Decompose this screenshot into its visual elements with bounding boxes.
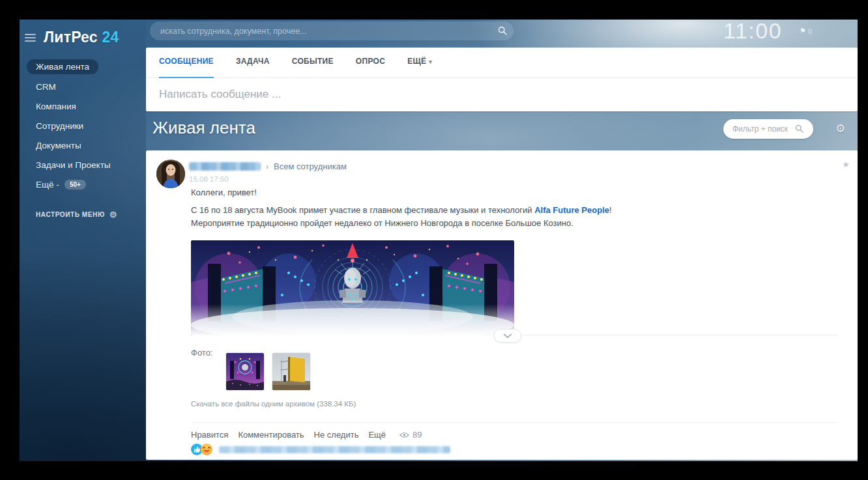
like-action[interactable]: Нравится (191, 430, 228, 440)
feed-filter (723, 119, 813, 139)
caret-down-icon: ▾ (429, 59, 432, 65)
sidebar-item-company[interactable]: Компания (36, 102, 146, 115)
feed-header: Живая лента ⚙ (146, 111, 858, 150)
eye-icon (399, 432, 409, 438)
photo-thumbnail-2[interactable] (272, 353, 310, 390)
more-count-badge: 50+ (65, 180, 86, 190)
search-icon[interactable] (795, 124, 803, 133)
views-count: 89 (412, 430, 422, 440)
compose-message-field[interactable]: Написать сообщение ... (146, 78, 858, 101)
tab-more[interactable]: ЕЩЁ▾ (407, 57, 432, 78)
logo[interactable]: ЛитРес 24 (20, 20, 146, 46)
post-body: С 16 по 18 августа MyBook примет участие… (191, 204, 667, 230)
topbar: 11:00 ⚑ 0 (146, 20, 858, 48)
sidebar-item-more[interactable]: Ещё -50+ (36, 180, 146, 193)
flag-count: 0 (808, 27, 812, 35)
laughing-emoji-icon[interactable] (201, 444, 212, 455)
unfollow-action[interactable]: Не следить (314, 430, 359, 440)
main-area: 11:00 ⚑ 0 СООБЩЕНИЕ ЗАДАЧА СОБЫТИЕ ОПРОС… (146, 20, 858, 461)
post-timestamp: 15.08 17:50 (189, 175, 229, 183)
worktime-clock[interactable]: 11:00 (723, 20, 782, 44)
reactions-row (191, 444, 450, 455)
composer-card: СООБЩЕНИЕ ЗАДАЧА СОБЫТИЕ ОПРОС ЕЩЁ▾ Напи… (146, 48, 858, 111)
feed-settings-gear-icon[interactable]: ⚙ (835, 122, 845, 135)
more-action[interactable]: Ещё (368, 430, 386, 440)
bitrix24-portal: ЛитРес 24 Живая лента CRM Компания Сотру… (20, 20, 858, 461)
page-title: Живая лента (152, 118, 255, 138)
sidebar-item-crm[interactable]: CRM (36, 82, 146, 96)
post-actions: Нравится Комментировать Не следить Ещё 8… (191, 430, 422, 440)
sidebar-item-documents[interactable]: Документы (36, 141, 146, 154)
logo-number: 24 (102, 29, 119, 46)
logo-brand: ЛитРес 24 (44, 29, 119, 46)
tab-message[interactable]: СООБЩЕНИЕ (159, 57, 214, 78)
global-search-input[interactable] (150, 21, 514, 40)
recipient-arrow: › (266, 162, 268, 171)
views-counter: 89 (399, 430, 422, 440)
alfa-future-people-link[interactable]: Alfa Future People (534, 205, 609, 215)
composer-tabs: СООБЩЕНИЕ ЗАДАЧА СОБЫТИЕ ОПРОС ЕЩЁ▾ (146, 48, 858, 78)
recipient-link[interactable]: Всем сотрудникам (274, 162, 347, 171)
favorite-star-icon[interactable]: ★ (842, 160, 850, 169)
sidebar: ЛитРес 24 Живая лента CRM Компания Сотру… (20, 20, 146, 461)
screen: ЛитРес 24 Живая лента CRM Компания Сотру… (0, 0, 868, 480)
photos-label: Фото: (191, 348, 212, 358)
post-image-festival-stage[interactable] (191, 240, 514, 335)
collapse-post-button[interactable] (494, 329, 521, 343)
author-name-redacted[interactable] (189, 162, 261, 171)
sidebar-item-employees[interactable]: Сотрудники (36, 121, 146, 135)
tab-task[interactable]: ЗАДАЧА (236, 57, 270, 78)
chevron-down-icon (503, 333, 512, 339)
download-archive-link[interactable]: Скачать все файлы одним архивом (338.34 … (191, 400, 356, 408)
sidebar-item-tasks-projects[interactable]: Задачи и Проекты (36, 160, 146, 174)
post-greeting: Коллеги, привет! (191, 188, 257, 197)
tab-poll[interactable]: ОПРОС (356, 57, 385, 78)
reactor-names-redacted[interactable] (219, 446, 450, 453)
divider (191, 422, 837, 423)
tab-event[interactable]: СОБЫТИЕ (292, 57, 334, 78)
configure-menu-button[interactable]: НАСТРОИТЬ МЕНЮ ⚙ (36, 210, 146, 219)
sidebar-item-live-feed[interactable]: Живая лента (27, 59, 98, 74)
gear-icon: ⚙ (109, 210, 117, 219)
author-avatar[interactable] (156, 160, 185, 188)
notifications-flag[interactable]: ⚑ 0 (800, 27, 812, 35)
post-header: › Всем сотрудникам (189, 162, 347, 171)
search-icon[interactable] (498, 26, 507, 35)
comment-action[interactable]: Комментировать (238, 430, 304, 440)
sidebar-menu: Живая лента CRM Компания Сотрудники Доку… (36, 59, 146, 193)
flag-icon: ⚑ (800, 27, 806, 35)
hamburger-menu-icon[interactable] (23, 33, 37, 43)
photo-thumbnail-1[interactable] (226, 353, 264, 390)
feed-post: ★ › Всем сотрудникам (146, 150, 858, 460)
